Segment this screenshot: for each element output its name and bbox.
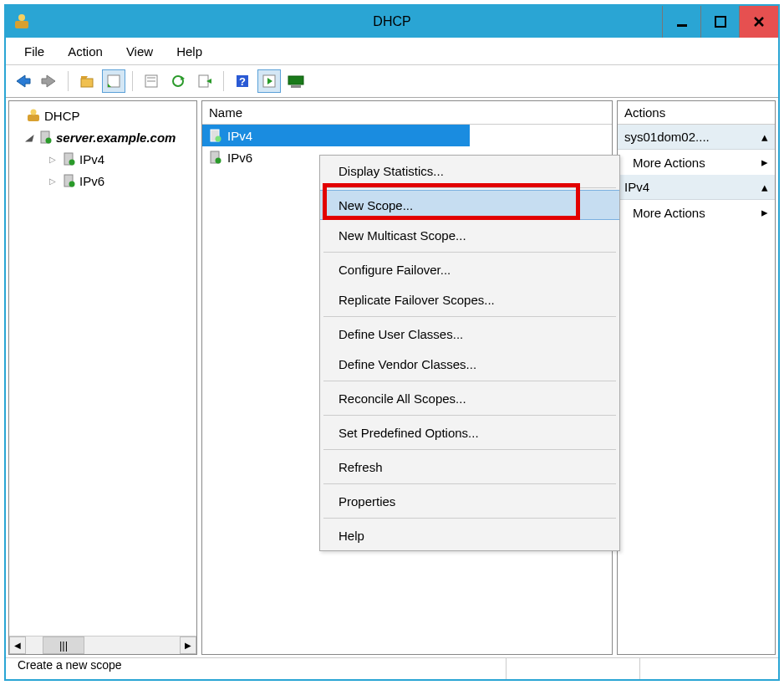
separator-icon	[323, 187, 616, 188]
body: DHCP ◢ server.example.com ▷ IPv4	[6, 98, 778, 657]
detail-view-button[interactable]	[102, 69, 125, 93]
menu-view[interactable]: View	[115, 41, 165, 62]
ctx-properties[interactable]: Properties	[320, 486, 619, 516]
properties-button[interactable]	[140, 69, 163, 93]
expander-icon	[13, 110, 23, 120]
toolbar: ?	[6, 64, 778, 98]
separator-icon	[223, 71, 224, 91]
column-header-name[interactable]: Name	[202, 101, 612, 125]
expander-right-icon: ▷	[48, 176, 58, 186]
scroll-thumb[interactable]: |||	[43, 636, 84, 654]
server-button[interactable]	[284, 69, 308, 93]
ctx-set-predefined-options[interactable]: Set Predefined Options...	[320, 417, 619, 447]
svg-point-26	[31, 110, 37, 115]
tree-item-ipv6[interactable]: ▷ IPv6	[9, 170, 196, 192]
tree-server[interactable]: ◢ server.example.com	[9, 126, 196, 148]
ctx-replicate-failover-scopes[interactable]: Replicate Failover Scopes...	[320, 284, 619, 314]
refresh-button[interactable]	[166, 69, 190, 93]
svg-rect-0	[15, 21, 28, 28]
action-section-server[interactable]: sys01dom02.... ▴	[618, 125, 775, 150]
ctx-configure-failover[interactable]: Configure Failover...	[320, 254, 619, 284]
window-buttons	[662, 6, 778, 38]
list-row-ipv4[interactable]: IPv4	[202, 125, 470, 146]
tree-item-label: IPv6	[79, 174, 104, 188]
statusbar-text: Create a new scope	[11, 658, 506, 679]
tree-pane: DHCP ◢ server.example.com ▷ IPv4	[8, 100, 197, 655]
svg-point-34	[216, 136, 221, 142]
svg-point-32	[69, 181, 75, 187]
menu-action[interactable]: Action	[56, 41, 115, 62]
action-section-ipv4[interactable]: IPv4 ▴	[618, 175, 775, 200]
tree-item-ipv4[interactable]: ▷ IPv4	[9, 148, 196, 170]
separator-icon	[323, 252, 616, 253]
statusbar-cell-3	[639, 658, 773, 679]
close-button[interactable]	[740, 6, 778, 38]
menu-help[interactable]: Help	[165, 41, 214, 62]
separator-icon	[323, 518, 616, 519]
expander-down-icon: ◢	[24, 132, 34, 142]
ctx-help[interactable]: Help	[320, 520, 619, 550]
action-item-label: More Actions	[633, 156, 705, 170]
action-section-label: sys01dom02....	[624, 130, 710, 144]
horizontal-scrollbar[interactable]: ◀ ||| ▶	[9, 636, 196, 654]
ipv4-icon	[207, 128, 222, 143]
menubar: File Action View Help	[6, 38, 778, 64]
svg-rect-23	[288, 76, 303, 84]
action-more-actions-server[interactable]: More Actions ▸	[618, 150, 775, 175]
list-row-label: IPv6	[227, 151, 252, 165]
window-title: DHCP	[373, 14, 410, 29]
ctx-define-user-classes[interactable]: Define User Classes...	[320, 319, 619, 349]
separator-icon	[323, 483, 616, 484]
svg-marker-6	[17, 75, 30, 87]
tree-server-label: server.example.com	[56, 130, 176, 145]
folder-button[interactable]	[75, 69, 99, 93]
app-icon	[13, 13, 31, 31]
export-button[interactable]	[193, 69, 216, 93]
ipv4-icon	[61, 151, 76, 166]
ctx-display-statistics[interactable]: Display Statistics...	[320, 156, 619, 186]
tree-root[interactable]: DHCP	[9, 105, 196, 126]
ctx-new-scope[interactable]: New Scope...	[320, 190, 619, 220]
ctx-define-vendor-classes[interactable]: Define Vendor Classes...	[320, 349, 619, 379]
actions-header-label: Actions	[624, 105, 665, 120]
help-button[interactable]: ?	[231, 69, 254, 93]
statusbar-cell-2	[506, 658, 639, 679]
titlebar: DHCP	[6, 6, 778, 38]
collapse-up-icon: ▴	[761, 130, 768, 145]
action-more-actions-ipv4[interactable]: More Actions ▸	[618, 200, 775, 225]
back-button[interactable]	[11, 69, 34, 93]
expander-right-icon: ▷	[48, 154, 58, 164]
separator-icon	[68, 71, 69, 91]
svg-point-36	[216, 158, 221, 164]
server-icon	[38, 130, 53, 145]
svg-point-1	[18, 14, 25, 21]
tree-root-label: DHCP	[44, 109, 80, 123]
menu-file[interactable]: File	[13, 41, 56, 62]
ctx-reconcile-all-scopes[interactable]: Reconcile All Scopes...	[320, 383, 619, 413]
maximize-button[interactable]	[701, 6, 740, 38]
svg-point-28	[46, 138, 52, 144]
forward-button[interactable]	[38, 69, 61, 93]
svg-marker-7	[42, 75, 55, 87]
action-item-label: More Actions	[633, 206, 705, 220]
play-button[interactable]	[257, 69, 281, 93]
ctx-new-multicast-scope[interactable]: New Multicast Scope...	[320, 220, 619, 250]
main-pane: Name IPv4 IPv6 Display Statisti	[201, 100, 613, 655]
tree-item-label: IPv4	[79, 152, 104, 166]
collapse-up-icon: ▴	[761, 180, 768, 195]
minimize-button[interactable]	[663, 6, 701, 38]
column-header-label: Name	[209, 105, 242, 120]
ipv6-icon	[61, 173, 76, 188]
ctx-refresh[interactable]: Refresh	[320, 452, 619, 482]
list: IPv4 IPv6 Display Statistics... New Scop…	[202, 125, 612, 654]
svg-rect-8	[81, 79, 93, 87]
scroll-left-icon[interactable]: ◀	[9, 636, 26, 654]
list-row-label: IPv4	[227, 129, 252, 143]
statusbar: Create a new scope	[6, 657, 778, 679]
svg-rect-3	[715, 17, 725, 27]
ipv6-icon	[207, 150, 222, 165]
chevron-right-icon: ▸	[761, 205, 768, 220]
action-section-label: IPv4	[624, 180, 649, 194]
scroll-right-icon[interactable]: ▶	[180, 636, 196, 654]
svg-rect-25	[28, 115, 39, 121]
